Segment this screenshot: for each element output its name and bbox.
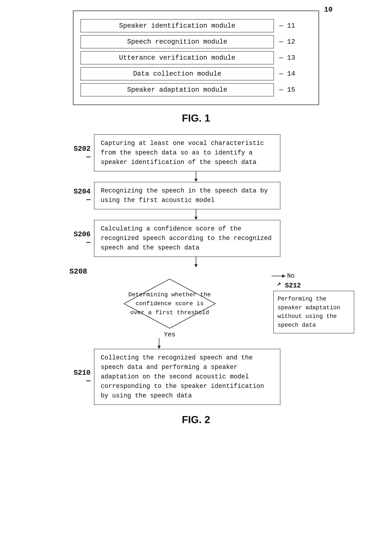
step-s210-row: S210 — Collecting the recognized speech …: [38, 349, 354, 405]
module-box-4: Data collection module: [81, 67, 274, 80]
s212-box: Performing the speaker adaptation withou…: [273, 291, 354, 333]
s208-label: S208: [70, 267, 87, 276]
svg-marker-10: [158, 346, 161, 349]
fig1-title: FIG. 1: [182, 112, 210, 124]
module-box-5: Speaker adaptation module: [81, 83, 274, 96]
s210-box: Collecting the recognized speech and the…: [94, 349, 280, 405]
svg-marker-8: [282, 274, 286, 278]
s208-no-label: No: [287, 272, 295, 279]
module-row-3: Utterance verification module — 13: [81, 51, 311, 64]
fig1-section: 10 Speaker identification module — 11 Sp…: [14, 11, 378, 124]
module-number-4: — 14: [279, 70, 295, 78]
svg-marker-3: [194, 217, 198, 220]
s208-diamond: Determining whether the confidence score…: [122, 277, 217, 330]
module-row-5: Speaker adaptation module — 15: [81, 83, 311, 96]
svg-marker-1: [194, 179, 198, 182]
s208-row: S208 Determining whether the confidence …: [38, 267, 354, 338]
module-box-1: Speaker identification module: [81, 19, 274, 32]
step-s204-row: S204 — Recognizing the speech in the spe…: [38, 182, 354, 209]
svg-marker-5: [194, 264, 198, 267]
module-number-2: — 12: [279, 38, 295, 46]
arrow-s206-s208: [38, 257, 354, 267]
arrow-s204-s206: [38, 209, 354, 220]
arrow-s202-s204: [38, 171, 354, 182]
s204-box: Recognizing the speech in the speech dat…: [94, 182, 280, 209]
s204-label: S204 —: [66, 188, 94, 204]
flowchart: S202 — Capturing at least one vocal char…: [38, 134, 354, 405]
step-s202-row: S202 — Capturing at least one vocal char…: [38, 134, 354, 171]
fig1-system-number: 10: [324, 6, 333, 14]
fig2-section: S202 — Capturing at least one vocal char…: [14, 134, 378, 425]
arrow-s208-s210: [1, 338, 317, 349]
module-row-2: Speech recognition module — 12: [81, 35, 311, 48]
module-number-1: — 11: [279, 22, 295, 29]
s206-label: S206 —: [66, 230, 94, 246]
fig1-outer-box: 10 Speaker identification module — 11 Sp…: [73, 11, 319, 105]
fig2-title: FIG. 2: [182, 414, 210, 425]
module-row-1: Speaker identification module — 11: [81, 19, 311, 32]
module-box-2: Speech recognition module: [81, 35, 274, 48]
s212-label: ↗ S212: [277, 281, 301, 289]
module-number-3: — 13: [279, 54, 295, 62]
step-s206-row: S206 — Calculating a confidence score of…: [38, 220, 354, 257]
module-row-4: Data collection module — 14: [81, 67, 311, 80]
module-box-3: Utterance verification module: [81, 51, 274, 64]
s208-yes-label: Yes: [164, 331, 175, 338]
s202-box: Capturing at least one vocal characteris…: [94, 134, 280, 171]
s202-label: S202 —: [66, 145, 94, 161]
module-number-5: — 15: [279, 86, 295, 93]
s206-box: Calculating a confidence score of the re…: [94, 220, 280, 257]
s210-label: S210 —: [66, 369, 94, 385]
s208-diamond-text: Determining whether the confidence score…: [122, 290, 217, 317]
